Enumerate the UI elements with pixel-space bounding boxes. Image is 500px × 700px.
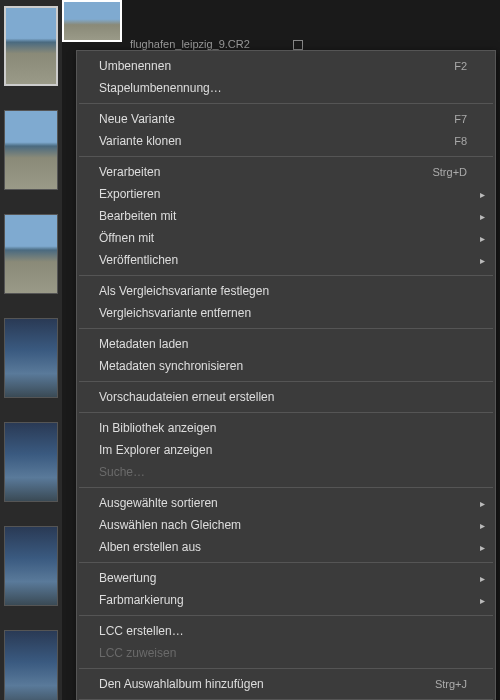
thumbnail[interactable] (4, 526, 58, 606)
menu-sort-selected[interactable]: Ausgewählte sortieren (77, 492, 495, 514)
thumbnail-column (0, 0, 62, 700)
menu-label: Ausgewählte sortieren (99, 496, 467, 510)
menu-label: Vorschaudateien erneut erstellen (99, 390, 467, 404)
menu-shortcut: F8 (454, 135, 467, 147)
thumbnail[interactable] (4, 214, 58, 294)
menu-label: Im Explorer anzeigen (99, 443, 467, 457)
thumbnail[interactable] (4, 422, 58, 502)
menu-shortcut: Strg+J (435, 678, 467, 690)
context-menu: Umbenennen F2 Stapelumbenennung… Neue Va… (76, 50, 496, 700)
menu-rating[interactable]: Bewertung (77, 567, 495, 589)
menu-create-album[interactable]: Alben erstellen aus (77, 536, 495, 558)
filename-label: flughafen_leipzig_9.CR2 (62, 38, 500, 50)
menu-edit-with[interactable]: Bearbeiten mit (77, 205, 495, 227)
menu-label: Veröffentlichen (99, 253, 467, 267)
menu-label: Als Vergleichsvariante festlegen (99, 284, 467, 298)
menu-label: Auswählen nach Gleichem (99, 518, 467, 532)
menu-separator (79, 156, 493, 157)
menu-shortcut: F2 (454, 60, 467, 72)
menu-label: Bearbeiten mit (99, 209, 467, 223)
menu-label: Metadaten laden (99, 337, 467, 351)
menu-color-tag[interactable]: Farbmarkierung (77, 589, 495, 611)
menu-set-compare[interactable]: Als Vergleichsvariante festlegen (77, 280, 495, 302)
menu-separator (79, 615, 493, 616)
menu-separator (79, 381, 493, 382)
menu-lcc-create[interactable]: LCC erstellen… (77, 620, 495, 642)
menu-label: Vergleichsvariante entfernen (99, 306, 467, 320)
menu-label: Neue Variante (99, 112, 454, 126)
menu-new-variant[interactable]: Neue Variante F7 (77, 108, 495, 130)
checkbox-icon[interactable] (293, 40, 303, 50)
thumbnail[interactable] (4, 318, 58, 398)
menu-separator (79, 103, 493, 104)
menu-separator (79, 328, 493, 329)
menu-select-by-same[interactable]: Auswählen nach Gleichem (77, 514, 495, 536)
menu-rename[interactable]: Umbenennen F2 (77, 55, 495, 77)
menu-label: Bewertung (99, 571, 467, 585)
menu-separator (79, 562, 493, 563)
menu-label: Den Auswahlalbum hinzufügen (99, 677, 435, 691)
selected-thumbnail-preview[interactable] (62, 0, 122, 42)
menu-publish[interactable]: Veröffentlichen (77, 249, 495, 271)
menu-open-with[interactable]: Öffnen mit (77, 227, 495, 249)
menu-label: Alben erstellen aus (99, 540, 467, 554)
menu-label: Umbenennen (99, 59, 454, 73)
menu-shortcut: Strg+D (432, 166, 467, 178)
menu-process[interactable]: Verarbeiten Strg+D (77, 161, 495, 183)
menu-label: LCC erstellen… (99, 624, 467, 638)
menu-lcc-assign: LCC zuweisen (77, 642, 495, 664)
menu-label: Farbmarkierung (99, 593, 467, 607)
thumbnail[interactable] (4, 110, 58, 190)
thumbnail[interactable] (4, 6, 58, 86)
menu-export[interactable]: Exportieren (77, 183, 495, 205)
menu-label: Öffnen mit (99, 231, 467, 245)
menu-separator (79, 412, 493, 413)
menu-label: Exportieren (99, 187, 467, 201)
filename-text: flughafen_leipzig_9.CR2 (130, 38, 250, 50)
menu-separator (79, 487, 493, 488)
menu-separator (79, 275, 493, 276)
thumbnail[interactable] (4, 630, 58, 700)
menu-label: Stapelumbenennung… (99, 81, 467, 95)
menu-show-library[interactable]: In Bibliothek anzeigen (77, 417, 495, 439)
menu-label: Verarbeiten (99, 165, 432, 179)
menu-regen-previews[interactable]: Vorschaudateien erneut erstellen (77, 386, 495, 408)
menu-label: Metadaten synchronisieren (99, 359, 467, 373)
menu-label: Suche… (99, 465, 467, 479)
menu-label: In Bibliothek anzeigen (99, 421, 467, 435)
menu-sync-metadata[interactable]: Metadaten synchronisieren (77, 355, 495, 377)
menu-show-explorer[interactable]: Im Explorer anzeigen (77, 439, 495, 461)
menu-clone-variant[interactable]: Variante klonen F8 (77, 130, 495, 152)
menu-batch-rename[interactable]: Stapelumbenennung… (77, 77, 495, 99)
menu-add-to-selection-album[interactable]: Den Auswahlalbum hinzufügen Strg+J (77, 673, 495, 695)
menu-search: Suche… (77, 461, 495, 483)
menu-label: Variante klonen (99, 134, 454, 148)
menu-shortcut: F7 (454, 113, 467, 125)
menu-remove-compare[interactable]: Vergleichsvariante entfernen (77, 302, 495, 324)
menu-label: LCC zuweisen (99, 646, 467, 660)
menu-load-metadata[interactable]: Metadaten laden (77, 333, 495, 355)
menu-separator (79, 668, 493, 669)
